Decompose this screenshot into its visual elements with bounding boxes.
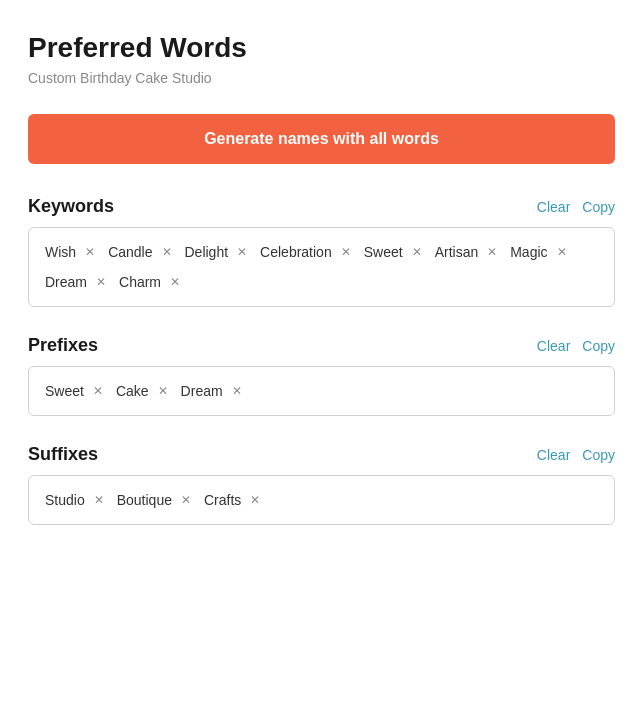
tag-label: Artisan [435, 244, 479, 260]
tag: Charm✕ [119, 272, 183, 292]
tag-remove-button[interactable]: ✕ [229, 383, 245, 399]
tags-box-prefixes: Sweet✕Cake✕Dream✕ [28, 366, 615, 416]
clear-button-suffixes[interactable]: Clear [537, 447, 570, 463]
tag-label: Crafts [204, 492, 241, 508]
page-subtitle: Custom Birthday Cake Studio [28, 70, 615, 86]
copy-button-keywords[interactable]: Copy [582, 199, 615, 215]
page-title: Preferred Words [28, 32, 615, 64]
tag-label: Dream [45, 274, 87, 290]
tag-remove-button[interactable]: ✕ [167, 274, 183, 290]
tag: Dream✕ [181, 381, 245, 401]
generate-button[interactable]: Generate names with all words [28, 114, 615, 164]
section-header-keywords: KeywordsClearCopy [28, 196, 615, 217]
tag-remove-button[interactable]: ✕ [234, 244, 250, 260]
tag-remove-button[interactable]: ✕ [159, 244, 175, 260]
tag: Delight✕ [185, 242, 251, 262]
clear-button-keywords[interactable]: Clear [537, 199, 570, 215]
section-actions-prefixes: ClearCopy [537, 338, 615, 354]
tag: Sweet✕ [45, 381, 106, 401]
tag-label: Studio [45, 492, 85, 508]
tag-remove-button[interactable]: ✕ [155, 383, 171, 399]
tag-remove-button[interactable]: ✕ [409, 244, 425, 260]
tag: Magic✕ [510, 242, 569, 262]
tag: Candle✕ [108, 242, 174, 262]
tag: Sweet✕ [364, 242, 425, 262]
tag-label: Magic [510, 244, 547, 260]
tag: Crafts✕ [204, 490, 263, 510]
copy-button-suffixes[interactable]: Copy [582, 447, 615, 463]
tag-remove-button[interactable]: ✕ [90, 383, 106, 399]
section-keywords: KeywordsClearCopyWish✕Candle✕Delight✕Cel… [28, 196, 615, 307]
tag: Boutique✕ [117, 490, 194, 510]
tag-label: Boutique [117, 492, 172, 508]
tags-box-keywords: Wish✕Candle✕Delight✕Celebration✕Sweet✕Ar… [28, 227, 615, 307]
tag: Studio✕ [45, 490, 107, 510]
tag: Wish✕ [45, 242, 98, 262]
tag: Dream✕ [45, 272, 109, 292]
tag-label: Candle [108, 244, 152, 260]
section-title-keywords: Keywords [28, 196, 114, 217]
tag: Cake✕ [116, 381, 171, 401]
section-actions-keywords: ClearCopy [537, 199, 615, 215]
tag-label: Delight [185, 244, 229, 260]
section-suffixes: SuffixesClearCopyStudio✕Boutique✕Crafts✕ [28, 444, 615, 525]
tag-label: Charm [119, 274, 161, 290]
section-actions-suffixes: ClearCopy [537, 447, 615, 463]
tag-label: Sweet [45, 383, 84, 399]
tag-remove-button[interactable]: ✕ [247, 492, 263, 508]
tags-box-suffixes: Studio✕Boutique✕Crafts✕ [28, 475, 615, 525]
clear-button-prefixes[interactable]: Clear [537, 338, 570, 354]
tag: Artisan✕ [435, 242, 501, 262]
tag-label: Sweet [364, 244, 403, 260]
tag-label: Dream [181, 383, 223, 399]
tag-label: Wish [45, 244, 76, 260]
tag-remove-button[interactable]: ✕ [554, 244, 570, 260]
section-prefixes: PrefixesClearCopySweet✕Cake✕Dream✕ [28, 335, 615, 416]
tag-label: Celebration [260, 244, 332, 260]
copy-button-prefixes[interactable]: Copy [582, 338, 615, 354]
section-header-prefixes: PrefixesClearCopy [28, 335, 615, 356]
tag-remove-button[interactable]: ✕ [178, 492, 194, 508]
tag: Celebration✕ [260, 242, 354, 262]
tag-label: Cake [116, 383, 149, 399]
tag-remove-button[interactable]: ✕ [91, 492, 107, 508]
tag-remove-button[interactable]: ✕ [338, 244, 354, 260]
tag-remove-button[interactable]: ✕ [484, 244, 500, 260]
section-title-prefixes: Prefixes [28, 335, 98, 356]
section-header-suffixes: SuffixesClearCopy [28, 444, 615, 465]
section-title-suffixes: Suffixes [28, 444, 98, 465]
tag-remove-button[interactable]: ✕ [93, 274, 109, 290]
tag-remove-button[interactable]: ✕ [82, 244, 98, 260]
